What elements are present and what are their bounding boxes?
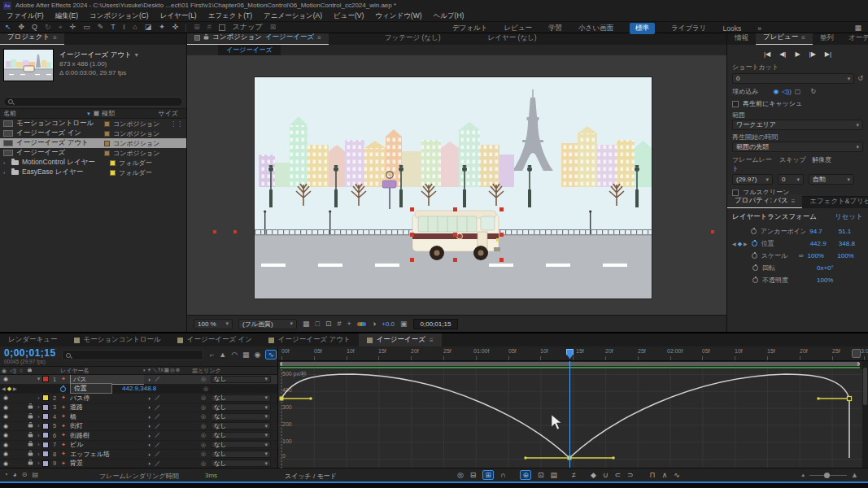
camera-tool-icon[interactable]: ⌖	[59, 22, 63, 33]
exposure-value[interactable]: +0.0	[382, 320, 395, 328]
pen-tool-icon[interactable]: ✎	[98, 22, 104, 33]
label-col-icon[interactable]	[94, 111, 99, 116]
target-icon[interactable]: ◎	[203, 386, 208, 392]
col-name[interactable]: 名前	[3, 109, 16, 118]
menu-help[interactable]: ヘルプ(H)	[434, 11, 465, 21]
speed-graph-curve[interactable]	[278, 369, 862, 469]
lock-icon[interactable]	[28, 434, 33, 437]
tab-properties[interactable]: プロパティ: バス≡	[727, 194, 802, 208]
eye-icon[interactable]: ◉	[2, 394, 10, 401]
table-row[interactable]: ◉ › 5 ✦ 街灯 ◗／◎ なし	[0, 422, 277, 432]
table-row[interactable]: ◉ › 7 ✦ ビル ◗／◎ なし	[0, 441, 277, 451]
brush-tool-icon[interactable]: ≀	[123, 22, 125, 33]
viewer-stage[interactable]	[187, 55, 726, 315]
rotation-value[interactable]: 0x+0°	[817, 264, 857, 272]
list-item-selected[interactable]: イージーイーズ アウト コンポジション	[0, 138, 186, 148]
table-row[interactable]: ◉ › 3 ✦ 道路 ◗／◎ なし	[0, 403, 277, 413]
eye-icon[interactable]: ◉	[2, 442, 10, 448]
auto-bezier-icon[interactable]: ∿	[674, 471, 680, 479]
tab-render-queue[interactable]: レンダーキュー	[0, 333, 66, 346]
eye-icon[interactable]: ◉	[2, 432, 10, 438]
sort-icon[interactable]: ▼	[86, 111, 91, 116]
fit-all-icon[interactable]: ▤	[551, 471, 558, 479]
reset-button[interactable]: リセット	[835, 212, 863, 222]
snapshot-icon[interactable]: +	[347, 320, 351, 328]
parent-select[interactable]: なし	[211, 441, 271, 448]
label-swatch[interactable]	[42, 376, 49, 382]
roto-brush-tool-icon[interactable]: ✦	[159, 22, 165, 33]
stopwatch-icon[interactable]	[752, 265, 758, 271]
comp-marker-button[interactable]	[852, 349, 861, 358]
hold-keyframe-icon[interactable]: ⊓	[650, 471, 656, 479]
timeline-right-pane[interactable]: 00f05f 10f15f 20f25f 01:00f05f 10f15f 20…	[278, 346, 868, 468]
cache-before-playback-checkbox[interactable]	[732, 101, 739, 107]
linear-keyframe-icon[interactable]: ∧	[662, 471, 668, 479]
expand-icon[interactable]: ›	[35, 460, 42, 466]
expand-icon[interactable]: ›	[35, 414, 42, 420]
tab-effects-presets[interactable]: エフェクト&プリセット	[802, 195, 868, 208]
layer-name[interactable]: バス停	[70, 394, 144, 403]
panel-menu-icon[interactable]: ≡	[430, 337, 434, 344]
grid-icon[interactable]: ⊞	[194, 22, 200, 33]
draft-3d-icon[interactable]: ▲	[219, 351, 226, 359]
lock-icon[interactable]	[28, 443, 33, 447]
menu-view[interactable]: ビュー(V)	[334, 11, 364, 21]
expand-icon[interactable]: ▾	[35, 376, 42, 382]
label-swatch[interactable]	[42, 423, 49, 429]
eye-icon[interactable]: ◉	[2, 404, 10, 411]
property-name[interactable]: 位置	[70, 383, 112, 394]
target-icon[interactable]: ◎	[201, 376, 211, 382]
layer-name[interactable]: エッフェル塔	[70, 450, 144, 459]
panel-menu-icon[interactable]: ≡	[53, 34, 57, 41]
lock-icon[interactable]	[28, 452, 33, 455]
comp-name-dropdown-icon[interactable]: ▼	[133, 52, 139, 58]
include-video-icon[interactable]: ◉	[773, 88, 779, 95]
parent-select[interactable]: なし	[211, 403, 271, 411]
prev-keyframe-icon[interactable]: ◀	[2, 386, 6, 391]
preview-resolution-select[interactable]: 自動	[809, 174, 854, 185]
parent-select[interactable]: なし	[211, 394, 271, 402]
expand-icon[interactable]: ›	[35, 423, 42, 429]
position-y-value[interactable]: 348.8	[839, 240, 863, 247]
shortcut-select[interactable]: 0	[732, 73, 854, 84]
tab-comp-motioncontrol[interactable]: モーションコントロール	[66, 333, 169, 346]
timeline-scrollbar[interactable]	[862, 361, 868, 468]
eye-icon[interactable]: ◉	[2, 376, 10, 382]
first-frame-button[interactable]: |◀	[764, 50, 770, 58]
list-item[interactable]: モーションコントロール コンポジション ⋮⋮	[0, 119, 186, 129]
parent-select[interactable]: なし	[211, 432, 271, 439]
guides-options-icon[interactable]: #	[338, 320, 342, 328]
puppet-tool-icon[interactable]: ✜	[172, 22, 179, 33]
show-properties-icon[interactable]: ⊟	[470, 471, 477, 479]
auto-zoom-icon[interactable]: ⊕	[520, 470, 531, 480]
table-row[interactable]: ◉ ▾ 1 ✦ バス ◗／◎ なし	[0, 375, 277, 385]
graph-editor[interactable]: 500 px/秒 400 300 200 100 0	[278, 369, 862, 468]
expand-icon[interactable]: ›	[35, 395, 42, 401]
label-swatch[interactable]	[42, 413, 49, 420]
framerate-select[interactable]: (29.97)	[732, 174, 773, 185]
lock-icon[interactable]	[28, 415, 33, 418]
label-swatch[interactable]	[42, 460, 49, 467]
expand-icon[interactable]: ›	[3, 170, 8, 176]
tab-footage[interactable]: フッテージ (なし)	[377, 32, 448, 45]
playhead-line[interactable]	[569, 361, 570, 468]
resolution-select[interactable]: (フル画質)	[238, 319, 297, 329]
expand-icon[interactable]: ›	[35, 442, 42, 447]
mini-flowchart-icon[interactable]: ⌐	[210, 351, 214, 359]
selection-tool-icon[interactable]: ↖	[5, 22, 11, 33]
zoom-slider[interactable]	[809, 475, 847, 476]
timeline-zoom-control[interactable]: ▲ ▲	[800, 471, 858, 479]
collapse-icon[interactable]: ／	[155, 375, 167, 383]
lock-icon[interactable]	[204, 36, 209, 39]
exposure-icon[interactable]: ◑	[372, 320, 376, 328]
comp-name[interactable]: イージーイーズ アウト ▼	[59, 50, 139, 59]
parent-select[interactable]: なし	[211, 451, 271, 458]
parent-select[interactable]: なし	[211, 376, 271, 383]
parent-select[interactable]: なし	[211, 422, 271, 429]
list-item[interactable]: イージーイーズ コンポジション	[0, 148, 186, 158]
stamp-tool-icon[interactable]: ⌂	[133, 22, 137, 33]
type-tool-icon[interactable]: T	[111, 22, 116, 33]
stopwatch-icon[interactable]	[752, 253, 757, 259]
panel-menu-icon[interactable]: ≡	[317, 34, 321, 41]
opacity-value[interactable]: 100%	[817, 277, 844, 284]
